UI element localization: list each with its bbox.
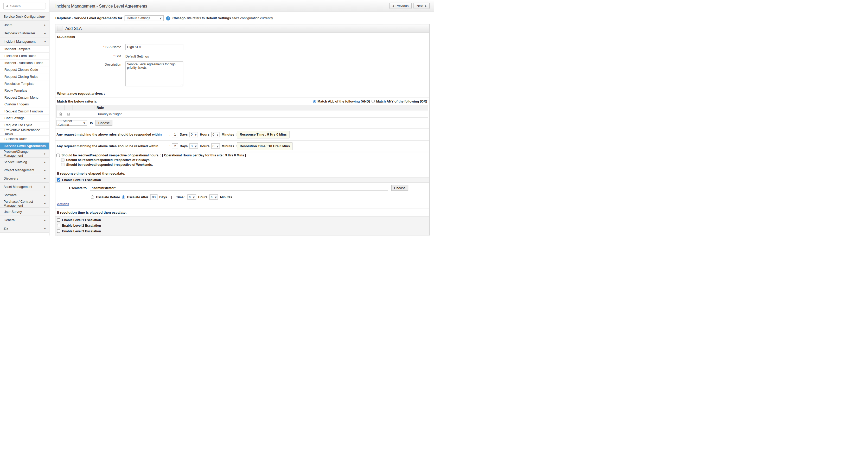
criteria-select-value: --- Select Criteria -- — [58, 119, 83, 127]
weekends-row: Should be resolved/responded irrespectiv… — [61, 163, 428, 166]
next-button[interactable]: Next> — [413, 3, 430, 9]
sidebar-item-reply-template[interactable]: Reply Template — [0, 87, 49, 94]
site-select-value: Default Settings — [127, 17, 150, 20]
match-all-radio[interactable] — [313, 100, 316, 103]
resolve-minutes-select[interactable]: 0∨ — [211, 144, 220, 149]
site-select[interactable]: Default Settings ∨ — [125, 15, 164, 21]
sidebar-item-field-and-form-rules[interactable]: Field and Form Rules — [0, 53, 49, 60]
rule-col-empty-2 — [65, 105, 73, 110]
sidebar-item-label: Service Desk Configuration — [4, 14, 44, 19]
description-textarea[interactable]: Service Level Agreements for high priori… — [125, 61, 183, 86]
enable-level2-resolution-checkbox[interactable] — [57, 224, 60, 227]
operational-hours-checkbox[interactable] — [57, 154, 60, 157]
main-area: Incident Management - Service Level Agre… — [50, 0, 434, 236]
rule-table: Rule Priority is "High" — [57, 105, 428, 118]
sidebar-item-service-level-agreements[interactable]: Service Level Agreements — [0, 143, 49, 150]
search-input-container — [3, 3, 46, 10]
sidebar-item-preventive-maintenance-tasks[interactable]: Preventive Maintenance Tasks — [0, 129, 49, 136]
sla-name-input[interactable] — [125, 44, 183, 50]
resolve-hours-label: Hours — [200, 144, 210, 148]
holidays-label: Should be resolved/responded irrespectiv… — [66, 158, 150, 162]
sidebar-item-business-rules[interactable]: Business Rules — [0, 135, 49, 143]
escalate-hours-label: Hours — [198, 195, 207, 199]
respond-hours-select[interactable]: 0∨ — [189, 132, 198, 137]
info-site-name: Chicago — [173, 17, 186, 20]
escalate-hours-select[interactable]: 0∨ — [187, 194, 196, 200]
add-sla-header: ← Add SLA — [55, 25, 429, 33]
sidebar-item-project-management[interactable]: Project Management▸ — [0, 166, 49, 174]
escalate-after-label: Escalate After — [127, 195, 148, 199]
sidebar-item-zia[interactable]: Zia▸ — [0, 224, 49, 233]
sidebar-item-users[interactable]: Users▸ — [0, 21, 49, 29]
escalate-timing-row: Escalate Before Escalate After Days | Ti… — [91, 194, 429, 200]
sidebar-item-label: Incident Management — [4, 39, 36, 43]
sidebar-item-user-survey[interactable]: User Survey▸ — [0, 208, 49, 216]
sla-name-row: *SLA Name — [55, 44, 429, 50]
sidebar-item-incident-additional-fields[interactable]: Incident - Additional Fields — [0, 60, 49, 67]
sidebar-item-helpdesk-customizer[interactable]: Helpdesk Customizer▸ — [0, 29, 49, 37]
sidebar-item-request-custom-function[interactable]: Request Custom Function — [0, 108, 49, 115]
sidebar-item-request-custom-menu[interactable]: Request Custom Menu — [0, 94, 49, 101]
sidebar-item-general[interactable]: General▸ — [0, 216, 49, 224]
sidebar-item-service-catalog[interactable]: Service Catalog▸ — [0, 158, 49, 166]
add-criteria-row: --- Select Criteria -- ∨ is Choose — [55, 118, 429, 128]
edit-rule-icon[interactable] — [65, 112, 73, 116]
respond-minutes-select[interactable]: 0∨ — [211, 132, 220, 137]
is-label: is — [90, 121, 93, 125]
sidebar-item-discovery[interactable]: Discovery▸ — [0, 174, 49, 183]
sidebar-item-request-life-cycle[interactable]: Request Life Cycle — [0, 122, 49, 129]
previous-button[interactable]: <Previous — [390, 3, 412, 9]
sidebar-item-custom-triggers[interactable]: Custom Triggers — [0, 101, 49, 108]
response-escalation-heading: If response time is elapsed then escalat… — [55, 169, 429, 177]
delete-rule-icon[interactable] — [57, 112, 65, 116]
enable-level1-response-checkbox[interactable] — [57, 178, 60, 182]
add-sla-card: ← Add SLA SLA details *SLA Name *Site De… — [55, 24, 430, 236]
escalate-to-input[interactable] — [90, 185, 388, 191]
search-input[interactable] — [10, 4, 44, 8]
escalate-days-input[interactable] — [150, 194, 157, 200]
sidebar-item-purchase-contract-management[interactable]: Purchase / Contract Management▸ — [0, 199, 49, 208]
operational-hours-label: Should be resolved/responded irrespectiv… — [61, 154, 246, 157]
criteria-select[interactable]: --- Select Criteria -- ∨ — [57, 120, 87, 126]
weekends-checkbox[interactable] — [61, 163, 65, 166]
sidebar-item-incident-template[interactable]: Incident Template — [0, 46, 49, 53]
back-button[interactable]: ← — [57, 26, 62, 31]
escalate-after-radio[interactable] — [122, 195, 125, 199]
search-icon — [5, 4, 8, 8]
sidebar-item-software[interactable]: Software▸ — [0, 191, 49, 199]
sidebar-item-label: Problem/Change Management — [4, 150, 44, 157]
enable-level4-resolution-checkbox[interactable] — [57, 235, 60, 236]
escalate-days-label: Days — [159, 195, 167, 199]
actions-link[interactable]: Actions — [57, 202, 69, 206]
site-selection-bar: Helpdesk - Service Level Agreements for … — [50, 12, 434, 24]
enable-level4-resolution-label: Enable Level 4 Escalation — [62, 235, 101, 236]
escalate-minutes-select[interactable]: 0∨ — [209, 194, 218, 200]
chevron-right-icon: ▸ — [44, 160, 46, 163]
escalate-before-radio[interactable] — [91, 195, 94, 199]
sidebar-item-problem-change-management[interactable]: Problem/Change Management▸ — [0, 149, 49, 158]
sidebar-item-label: Incident Template — [4, 47, 30, 51]
holidays-checkbox[interactable] — [61, 158, 65, 162]
resolve-hours-select[interactable]: 0∨ — [189, 144, 198, 149]
sidebar-item-chat-settings[interactable]: Chat Settings — [0, 115, 49, 122]
enable-level1-resolution-checkbox[interactable] — [57, 218, 60, 222]
sidebar-item-service-desk-configuration[interactable]: Service Desk Configuration▸ — [0, 12, 49, 21]
chevron-down-icon: ∨ — [216, 145, 219, 148]
sidebar-item-label: Project Management — [4, 168, 34, 172]
sidebar-item-request-closure-code[interactable]: Request Closure Code — [0, 66, 49, 73]
choose-escalate-to-button[interactable]: Choose — [391, 185, 408, 191]
match-any-radio[interactable] — [372, 100, 375, 103]
enable-level3-resolution-checkbox[interactable] — [57, 229, 60, 233]
resolve-days-input[interactable] — [172, 144, 178, 149]
choose-criteria-button[interactable]: Choose — [95, 120, 113, 126]
next-label: Next — [416, 4, 423, 8]
chevron-down-icon: ∨ — [216, 133, 219, 136]
sidebar-item-resolution-template[interactable]: Resolution Template — [0, 81, 49, 88]
sidebar-item-label: Purchase / Contract Management — [4, 199, 44, 207]
sidebar-item-label: Chat Settings — [4, 116, 25, 120]
sidebar-item-incident-management[interactable]: Incident Management▾ — [0, 37, 49, 46]
respond-days-input[interactable] — [172, 132, 178, 137]
sidebar-item-label: Custom Triggers — [4, 102, 29, 106]
sidebar-item-request-closing-rules[interactable]: Request Closing Rules — [0, 73, 49, 81]
sidebar-item-asset-management[interactable]: Asset Management▸ — [0, 183, 49, 191]
